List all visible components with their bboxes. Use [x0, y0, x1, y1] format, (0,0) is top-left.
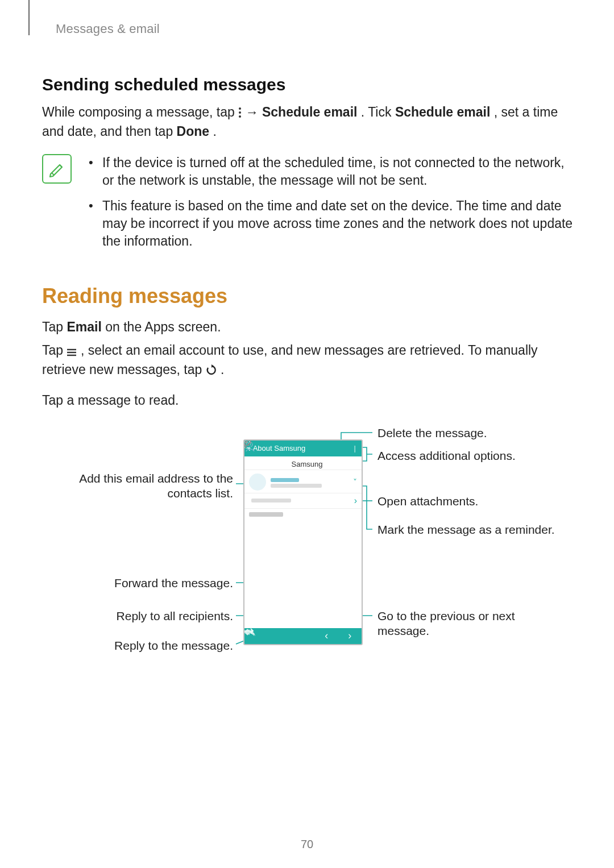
svg-line-3 [60, 165, 62, 167]
reading-diagram: ‹ About Samsung | Samsung [40, 421, 574, 660]
more-options-icon [238, 105, 242, 123]
email-screen-mock: ‹ About Samsung | Samsung [243, 439, 363, 645]
heading-reading-messages: Reading messages [42, 284, 574, 308]
reply-all-button[interactable] [273, 631, 286, 641]
prev-message-button[interactable]: ‹ [320, 631, 333, 641]
text: . [221, 362, 224, 377]
running-head: Messages & email [56, 22, 574, 36]
text: Tap [42, 343, 67, 358]
note-icon [42, 154, 72, 184]
email-action-bar: ‹ › [244, 628, 362, 644]
chevron-down-icon: ˅ [353, 477, 357, 487]
para-reading-1: Tap Email on the Apps screen. [42, 318, 574, 336]
note-list: If the device is turned off at the sched… [89, 154, 574, 258]
text: . Tick [361, 105, 395, 119]
callout-forward: Forward the message. [74, 576, 233, 591]
svg-point-2 [239, 115, 241, 118]
page-number: 70 [0, 838, 614, 851]
email-header-bar: ‹ About Samsung | [244, 441, 362, 456]
heading-sending-scheduled: Sending scheduled messages [42, 75, 574, 94]
arrow-text: → [246, 105, 262, 119]
next-message-button[interactable]: › [343, 631, 356, 641]
callout-reply-all: Reply to all recipients. [74, 609, 233, 624]
callout-reply: Reply to the message. [74, 638, 233, 653]
para-sending: While composing a message, tap → Schedul… [42, 103, 574, 140]
refresh-icon [206, 363, 217, 380]
star-reminder-button[interactable]: ˅ [353, 477, 357, 487]
text: While composing a message, tap [42, 105, 238, 119]
note-item: If the device is turned off at the sched… [89, 154, 574, 189]
text: , select an email account to use, and ne… [42, 343, 538, 377]
forward-button[interactable] [297, 631, 309, 641]
callout-delete: Delete the message. [377, 426, 487, 441]
callout-reminder: Mark the message as a reminder. [377, 522, 555, 537]
para-reading-3: Tap a message to read. [42, 392, 574, 409]
para-reading-2: Tap , select an email account to use, an… [42, 342, 574, 380]
callout-prev-next: Go to the previous or next message. [377, 609, 537, 639]
bold-schedule-email-1: Schedule email [262, 105, 357, 119]
callout-attachments: Open attachments. [377, 494, 478, 509]
text: on the Apps screen. [105, 319, 221, 334]
bold-schedule-email-2: Schedule email [395, 105, 490, 119]
svg-line-4 [52, 173, 54, 175]
callout-add-contact: Add this email address to the contacts l… [57, 471, 233, 501]
sender-name: Samsung [257, 460, 357, 468]
text: Tap [42, 319, 67, 334]
svg-point-1 [239, 111, 241, 114]
svg-point-0 [239, 107, 241, 110]
bold-email: Email [67, 319, 101, 334]
callout-options: Access additional options. [377, 448, 516, 463]
avatar-icon[interactable] [249, 474, 266, 491]
open-attachment-button[interactable]: › [354, 496, 357, 506]
text: . [213, 124, 216, 139]
header-title: About Samsung [253, 444, 306, 452]
bold-done: Done [177, 124, 210, 139]
note-item: This feature is based on the time and da… [89, 197, 574, 250]
menu-icon [67, 343, 77, 361]
